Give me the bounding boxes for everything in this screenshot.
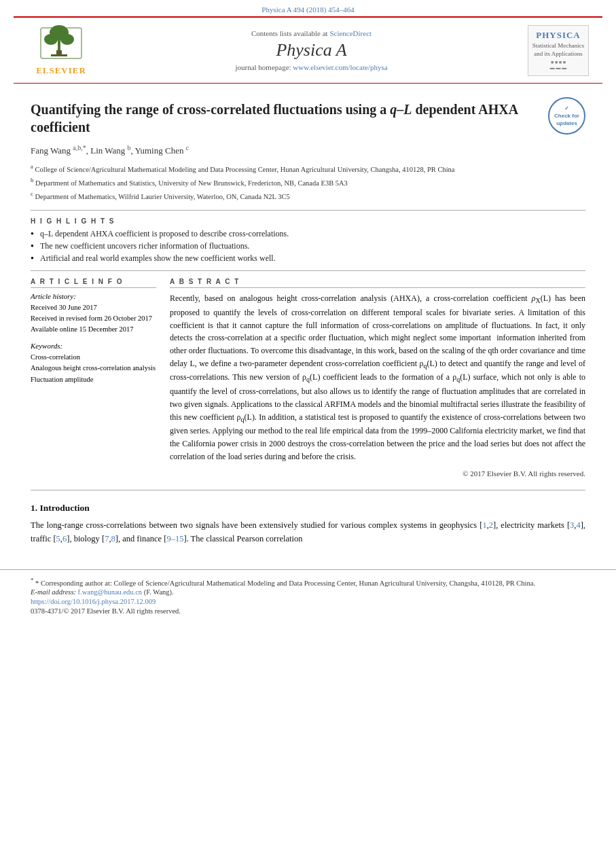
keywords-section: Keywords: Cross-correlation Analogous he…: [31, 342, 156, 386]
homepage-link[interactable]: www.elsevier.com/locate/physa: [293, 63, 387, 71]
journal-title: Physica A: [95, 40, 528, 60]
keyword-3: Fluctuation amplitude: [31, 374, 156, 386]
email-link[interactable]: f.wang@hunau.edu.cn: [78, 588, 143, 596]
abstract-column: A B S T R A C T Recently, based on analo…: [170, 278, 585, 480]
revised-date: Received in revised form 26 October 2017: [31, 313, 156, 324]
sciencedirect-link[interactable]: ScienceDirect: [329, 29, 372, 37]
svg-point-3: [60, 34, 74, 45]
ref-2-link[interactable]: 2: [489, 520, 493, 530]
highlight-item-3: Artificial and real world examples show …: [31, 253, 585, 264]
page-container: Physica A 494 (2018) 454–464 ELSEVIER: [0, 0, 616, 624]
available-date: Available online 15 December 2017: [31, 324, 156, 335]
ref-3-link[interactable]: 3: [570, 520, 574, 530]
footer-corresponding: * * Corresponding author at: College of …: [31, 577, 585, 587]
article-info-column: A R T I C L E I N F O Article history: R…: [31, 278, 156, 480]
keyword-2: Analogous height cross-correlation analy…: [31, 363, 156, 374]
contents-line: Contents lists available at ScienceDirec…: [95, 29, 528, 37]
abstract-text: Recently, based on analogous height cros…: [170, 292, 585, 480]
journal-reference: Physica A 494 (2018) 454–464: [261, 5, 354, 14]
affiliations: a College of Science/Agricultural Mathem…: [31, 162, 585, 202]
divider-2: [31, 270, 585, 271]
svg-point-2: [44, 34, 58, 45]
ref-4-link[interactable]: 4: [576, 520, 580, 530]
highlights-list: q–L dependent AHXA coefficient is propos…: [31, 229, 585, 264]
footer-issn: 0378-4371/© 2017 Elsevier B.V. All right…: [31, 607, 585, 615]
keywords-label: Keywords:: [31, 342, 156, 350]
highlight-item-1: q–L dependent AHXA coefficient is propos…: [31, 229, 585, 239]
history-label: Article history:: [31, 292, 156, 300]
copyright-line: © 2017 Elsevier B.V. All rights reserved…: [170, 468, 585, 480]
article-history-section: Article history: Received 30 June 2017 R…: [31, 292, 156, 334]
ref-7-link[interactable]: 7: [105, 534, 109, 543]
top-bar: Physica A 494 (2018) 454–464: [0, 0, 616, 16]
svg-rect-5: [51, 54, 67, 56]
journal-header: ELSEVIER Contents lists available at Sci…: [14, 16, 602, 84]
doi-link[interactable]: https://doi.org/10.1016/j.physa.2017.12.…: [31, 598, 156, 605]
homepage-line: journal homepage: www.elsevier.com/locat…: [95, 63, 528, 71]
article-body: ✓ Check for updates Quantifying the rang…: [0, 84, 616, 559]
ref-6-link[interactable]: 6: [62, 534, 67, 543]
check-badge: ✓ Check for updates: [548, 97, 585, 135]
highlights-label: H I G H L I G H T S: [31, 217, 585, 225]
author-line: Fang Wang a,b,*, Lin Wang b, Yuming Chen…: [31, 144, 585, 156]
affiliation-a: a College of Science/Agricultural Mathem…: [31, 162, 585, 175]
introduction-text: The long-range cross-correlations betwee…: [31, 519, 585, 545]
article-info-label: A R T I C L E I N F O: [31, 278, 156, 288]
journal-header-center: Contents lists available at ScienceDirec…: [95, 29, 528, 71]
article-title: Quantifying the range of cross-correlate…: [31, 101, 585, 136]
abstract-label: A B S T R A C T: [170, 278, 585, 288]
svg-rect-4: [56, 50, 62, 54]
footer-email: E-mail address: f.wang@hunau.edu.cn (F. …: [31, 588, 585, 596]
ref-5-link[interactable]: 5: [56, 534, 60, 543]
divider-3: [31, 490, 585, 490]
elsevier-tree-icon: [37, 24, 85, 64]
received-date: Received 30 June 2017: [31, 302, 156, 313]
abstract-body: Recently, based on analogous height cros…: [170, 292, 585, 463]
ref-9-link[interactable]: 9–15: [166, 534, 183, 543]
affiliation-c: c Department of Mathematics, Wilfrid Lau…: [31, 190, 585, 202]
check-for-updates: ✓ Check for updates: [548, 97, 585, 135]
footer-doi: https://doi.org/10.1016/j.physa.2017.12.…: [31, 598, 585, 605]
keyword-1: Cross-correlation: [31, 352, 156, 363]
highlight-item-2: The new coefficient uncovers richer info…: [31, 241, 585, 251]
elsevier-logo: ELSEVIER: [27, 24, 95, 76]
journal-logo-box: PHYSICA Statistical Mechanicsand its App…: [528, 25, 589, 76]
ref-1-link[interactable]: 1: [482, 520, 486, 530]
two-column-layout: A R T I C L E I N F O Article history: R…: [31, 278, 585, 480]
divider-1: [31, 210, 585, 211]
page-footer: * * Corresponding author at: College of …: [0, 569, 616, 624]
introduction-header: 1. Introduction: [31, 503, 585, 514]
elsevier-text: ELSEVIER: [36, 65, 86, 76]
affiliation-b: b Department of Mathematics and Statisti…: [31, 176, 585, 188]
ref-8-link[interactable]: 8: [111, 534, 115, 543]
